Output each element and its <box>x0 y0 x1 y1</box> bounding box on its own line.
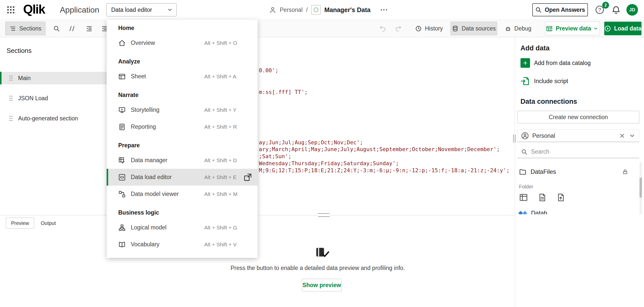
data-sources-button[interactable]: Data sources <box>451 22 497 35</box>
section-item-label: JSON Load <box>18 95 48 102</box>
undo-button[interactable] <box>377 23 388 34</box>
add-from-catalog-label: Add from data catalog <box>534 60 591 66</box>
open-in-new-tab-button[interactable] <box>244 173 252 182</box>
menu-item-shortcut: Alt + Shift + Y <box>204 107 236 113</box>
include-script-button[interactable]: Include script <box>520 76 568 87</box>
indent-button[interactable] <box>83 23 95 34</box>
menu-item-logical-model[interactable]: Logical model Alt + Shift + G <box>107 219 258 236</box>
data-sources-label: Data sources <box>462 25 496 32</box>
menu-item-overview[interactable]: Overview Alt + Shift + O <box>107 35 258 51</box>
menu-item-vocabulary[interactable]: Vocabulary Alt + Shift + V <box>107 236 258 253</box>
table-icon <box>519 193 528 202</box>
preview-data-label: Preview data <box>556 25 591 32</box>
app-options-button[interactable] <box>378 4 390 16</box>
sections-toggle-button[interactable]: Sections <box>5 22 46 35</box>
file-upload-icon <box>556 193 565 202</box>
connections-search <box>517 146 639 158</box>
breadcrumb-space[interactable]: Personal <box>280 7 303 13</box>
tab-output[interactable]: Output <box>36 218 61 229</box>
preview-data-button[interactable]: Preview data <box>545 22 592 35</box>
connection-upload-file-button[interactable] <box>556 193 565 202</box>
code-line: ;Sat;Sun'; <box>259 153 291 159</box>
add-data-panel: Add data Add from data catalog Include s… <box>515 37 644 307</box>
chevron-down-icon <box>593 26 598 31</box>
help-glyph: ? <box>598 7 601 13</box>
lock-icon <box>622 169 628 175</box>
show-preview-button[interactable]: Show preview <box>302 279 342 291</box>
view-selector-dropdown[interactable]: Data load editor <box>106 3 177 16</box>
menu-item-sheet[interactable]: Sheet Alt + Shift + A <box>107 68 258 85</box>
connections-search-input[interactable] <box>531 148 627 155</box>
comment-slashes-icon <box>69 25 75 32</box>
menu-item-reporting[interactable]: Reporting Alt + Shift + R <box>107 118 258 135</box>
connection-script-file-button[interactable] <box>538 193 547 202</box>
search-script-button[interactable] <box>51 23 62 34</box>
comment-toggle-button[interactable] <box>66 23 78 34</box>
menu-item-storytelling[interactable]: Storytelling Alt + Shift + Y <box>107 101 258 118</box>
drag-handle-icon[interactable] <box>9 75 13 81</box>
menu-group-narrate: Narrate Storytelling Alt + Shift + Y Rep… <box>107 90 258 135</box>
clear-icon[interactable] <box>619 132 625 139</box>
menu-item-data-load-editor[interactable]: Data load editor Alt + Shift + E <box>107 169 258 186</box>
menu-item-data-manager[interactable]: Data manager Alt + Shift + D <box>107 152 258 169</box>
connections-list: DataFiles Folder <box>515 162 639 214</box>
preview-table-icon <box>546 25 553 32</box>
redo-button[interactable] <box>392 23 404 34</box>
sections-panel-title: Sections <box>7 47 32 55</box>
section-item-auto-generated[interactable]: Auto-generated section <box>0 112 120 125</box>
navigation-menu: Home Overview Alt + Shift + O Analyze Sh… <box>107 20 258 258</box>
tab-preview[interactable]: Preview <box>6 218 34 229</box>
create-connection-button[interactable]: Create new connection <box>517 111 639 123</box>
view-selector-value: Data load editor <box>111 7 152 13</box>
chevron-down-icon[interactable] <box>629 132 635 139</box>
preview-data-caret-button[interactable] <box>592 22 600 35</box>
database-logo-icon <box>519 212 527 215</box>
notifications-button[interactable] <box>611 5 621 15</box>
menu-item-shortcut: Alt + Shift + E <box>204 174 236 180</box>
indent-icon <box>86 25 93 32</box>
file-code-icon <box>538 193 547 202</box>
debug-button[interactable]: Debug <box>503 22 533 35</box>
user-avatar[interactable]: JD <box>626 4 638 16</box>
drag-handle-icon[interactable] <box>9 95 13 101</box>
connection-item-datafiles[interactable]: DataFiles <box>515 166 639 178</box>
section-item-json-load[interactable]: JSON Load <box>0 92 120 105</box>
connection-table-button[interactable] <box>519 193 528 202</box>
menu-item-label: Vocabulary <box>131 241 159 248</box>
load-data-label: Load data <box>614 25 641 32</box>
history-button[interactable]: History <box>412 22 446 35</box>
data-connections-title: Data connections <box>520 98 577 106</box>
panel-resize-handle[interactable] <box>318 213 330 217</box>
menu-group-home: Home Overview Alt + Shift + O <box>107 23 258 51</box>
notification-badge: 2 <box>602 2 609 9</box>
history-label: History <box>425 25 443 32</box>
drag-handle-icon[interactable] <box>9 115 13 121</box>
menu-item-data-model-viewer[interactable]: Data model viewer Alt + Shift + M <box>107 186 258 202</box>
space-selector-dropdown[interactable]: Personal <box>517 129 639 142</box>
menu-item-label: Data model viewer <box>131 191 179 197</box>
add-from-catalog-button[interactable]: Add from data catalog <box>520 57 591 69</box>
menu-item-shortcut: Alt + Shift + G <box>204 225 237 231</box>
grid-icon <box>6 5 16 15</box>
data-manager-icon <box>118 157 126 164</box>
open-answers-button[interactable]: Open Answers <box>532 3 588 16</box>
menu-item-label: Data load editor <box>131 174 172 181</box>
open-new-icon <box>244 173 252 182</box>
panel-resize-handle-vertical[interactable] <box>512 134 516 143</box>
load-data-button[interactable]: Load data <box>604 22 641 35</box>
app-launcher-button[interactable] <box>6 5 16 15</box>
breadcrumb-separator: / <box>306 7 308 13</box>
menu-item-shortcut: Alt + Shift + R <box>204 124 237 130</box>
ellipsis-icon <box>380 6 388 14</box>
scrollbar-thumb[interactable] <box>639 178 642 198</box>
menu-group-prepare: Prepare Data manager Alt + Shift + D Dat… <box>107 140 258 202</box>
connection-item-partial[interactable]: Datab <box>515 207 639 214</box>
menu-item-shortcut: Alt + Shift + V <box>204 242 236 248</box>
menu-group-header: Narrate <box>107 90 258 100</box>
logical-model-icon <box>118 224 126 231</box>
section-item-main[interactable]: Main <box>0 72 120 84</box>
search-icon <box>521 149 528 155</box>
menu-item-shortcut: Alt + Shift + O <box>204 40 237 46</box>
menu-group-header: Business logic <box>107 208 258 218</box>
menu-item-label: Data manager <box>131 157 168 164</box>
